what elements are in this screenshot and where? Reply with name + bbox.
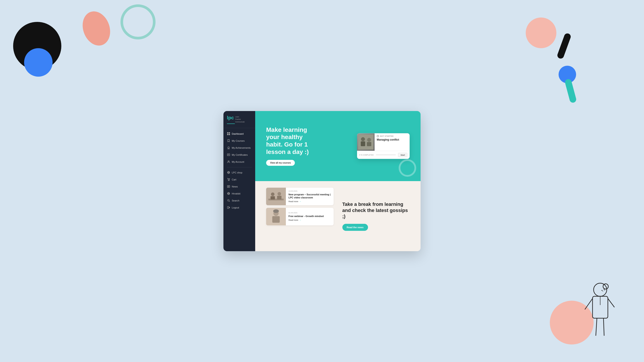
- deco-pill-teal: [564, 78, 577, 103]
- svg-rect-39: [361, 141, 365, 146]
- svg-point-0: [594, 283, 607, 296]
- progress-bar: [376, 154, 396, 156]
- deco-pill-black: [556, 32, 572, 59]
- svg-rect-42: [266, 188, 286, 205]
- sidebar-item-my-certificates[interactable]: My Certificates: [224, 151, 255, 158]
- sidebar-item-logout[interactable]: Logout: [224, 204, 255, 211]
- logo-underline: [227, 124, 235, 124]
- svg-point-1: [603, 284, 608, 289]
- news-image-1: [266, 188, 286, 205]
- logout-icon: [227, 206, 230, 209]
- app-window: lpc Learn Practice Communicate Dashboard…: [224, 111, 420, 251]
- arrow-icon-1: →: [299, 200, 302, 202]
- gossip-title: Take a break from learning and check the…: [342, 201, 410, 220]
- deco-ellipse-pink: [78, 8, 114, 49]
- sidebar-item-cart[interactable]: Cart: [224, 176, 255, 183]
- cart-icon: [227, 178, 230, 181]
- status-dot: [377, 135, 379, 137]
- news-title-1: New program – Successful meeting | LPC v…: [288, 193, 331, 199]
- read-more-1[interactable]: Read more →: [288, 200, 331, 202]
- sidebar-label-lpc-shop: LPC shop: [232, 171, 242, 174]
- sidebar-label-logout: Logout: [232, 206, 239, 209]
- course-card-top: NOT STARTED Managing conflict: [357, 133, 410, 151]
- progress-text: 0 % COMPLETED: [359, 154, 374, 156]
- course-card-info: NOT STARTED Managing conflict: [374, 133, 410, 151]
- read-the-news-button[interactable]: Read the news: [342, 224, 368, 231]
- logo-tagline: Learn Practice Communicate: [235, 116, 245, 123]
- svg-rect-13: [229, 132, 230, 134]
- certificate-icon: [227, 153, 230, 156]
- logo-line2: Practice: [235, 118, 245, 120]
- hero-deco-circle: [399, 159, 416, 177]
- course-card-image: [357, 133, 374, 151]
- sidebar: lpc Learn Practice Communicate Dashboard…: [224, 111, 255, 251]
- sidebar-item-news[interactable]: News: [224, 183, 255, 190]
- news-image-2: [266, 208, 286, 225]
- logo-area: lpc Learn Practice Communicate: [224, 116, 255, 128]
- sidebar-label-my-account: My Account: [232, 160, 244, 163]
- course-card-bottom: 0 % COMPLETED Start: [357, 151, 410, 159]
- sidebar-item-my-achievements[interactable]: My Achievements: [224, 144, 255, 151]
- svg-rect-12: [227, 132, 228, 134]
- globe-icon: [227, 171, 230, 174]
- svg-point-8: [602, 291, 603, 292]
- logo: lpc Learn Practice Communicate: [227, 116, 252, 123]
- sidebar-label-search: Search: [232, 199, 240, 202]
- svg-rect-2: [592, 296, 608, 318]
- svg-point-11: [604, 290, 605, 290]
- start-course-button[interactable]: Start: [398, 153, 408, 157]
- svg-point-40: [367, 138, 371, 142]
- svg-rect-37: [358, 134, 374, 150]
- news-img-placeholder-2: [266, 208, 286, 225]
- bookmark-icon: [227, 139, 230, 142]
- status-label: NOT STARTED: [380, 135, 394, 137]
- svg-rect-45: [270, 196, 275, 200]
- sidebar-item-dashboard[interactable]: Dashboard: [224, 130, 255, 137]
- course-card: NOT STARTED Managing conflict 0 % COMPLE…: [357, 133, 410, 159]
- svg-rect-14: [227, 134, 228, 135]
- deco-circle-teal-outline: [120, 4, 156, 40]
- gossip-section: Take a break from learning and check the…: [342, 188, 410, 244]
- svg-point-7: [602, 290, 602, 291]
- user-icon: [227, 160, 230, 163]
- news-body-1: 13.09.2023. New program – Successful mee…: [286, 188, 334, 205]
- read-more-2[interactable]: Read more →: [288, 219, 324, 221]
- sidebar-item-my-courses[interactable]: My Courses: [224, 137, 255, 144]
- deco-circle-pink-right: [526, 18, 556, 48]
- sidebar-label-cart: Cart: [232, 178, 236, 181]
- svg-rect-17: [227, 154, 230, 156]
- sidebar-item-search[interactable]: Search: [224, 197, 255, 204]
- search-icon: [227, 199, 230, 202]
- course-image-placeholder: [357, 133, 374, 151]
- svg-rect-50: [272, 216, 280, 223]
- svg-rect-47: [277, 196, 282, 200]
- globe2-icon: [227, 192, 230, 195]
- sidebar-item-lpc-shop[interactable]: LPC shop: [224, 169, 255, 176]
- svg-point-46: [278, 192, 281, 196]
- sidebar-label-hrvatski: Hrvatski: [232, 192, 240, 195]
- logo-line1: Learn: [235, 116, 245, 118]
- news-title-2: Free webinar - Growth mindset: [288, 214, 324, 218]
- svg-line-6: [604, 318, 604, 336]
- svg-rect-41: [367, 142, 371, 146]
- logo-text: lpc: [227, 116, 234, 120]
- sidebar-item-my-account[interactable]: My Account: [224, 158, 255, 165]
- news-icon: [227, 185, 230, 188]
- svg-point-16: [228, 147, 229, 148]
- sidebar-item-hrvatski[interactable]: Hrvatski: [224, 190, 255, 197]
- news-date-1: 13.09.2023.: [288, 190, 331, 192]
- main-content: Make learning your healthy habit. Go for…: [255, 111, 420, 251]
- svg-point-44: [271, 192, 274, 196]
- sidebar-label-news: News: [232, 185, 238, 188]
- sidebar-label-my-courses: My Courses: [232, 140, 245, 142]
- course-name: Managing conflict: [377, 138, 408, 142]
- grid-icon: [227, 132, 230, 135]
- svg-line-34: [229, 201, 230, 202]
- view-all-courses-button[interactable]: View all my courses: [266, 160, 295, 166]
- svg-rect-15: [229, 134, 230, 135]
- hero-section: Make learning your healthy habit. Go for…: [255, 111, 420, 181]
- svg-line-5: [596, 318, 597, 336]
- svg-point-25: [229, 180, 229, 181]
- news-gossip-section: 13.09.2023. New program – Successful mee…: [255, 181, 420, 251]
- read-more-label-1: Read more: [288, 200, 298, 202]
